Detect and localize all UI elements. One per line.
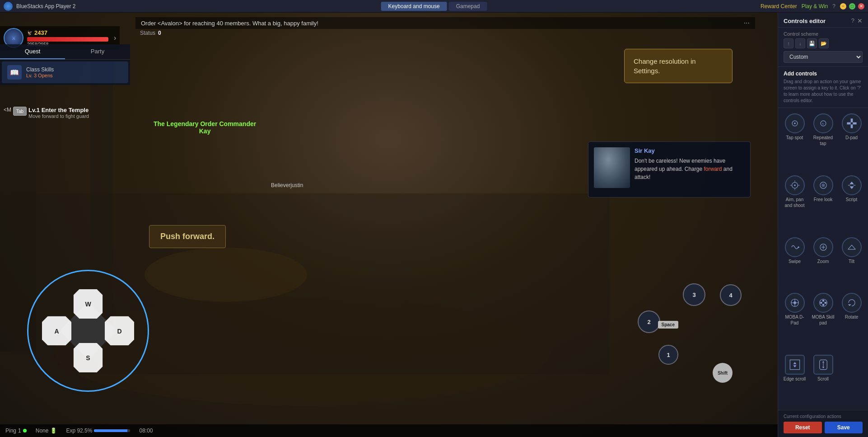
repeated-tap-icon: ↻ [813, 113, 833, 133]
dpad-label: D-pad [845, 135, 858, 141]
title-bar-right: Reward Center Play & Win ? − □ ✕ [761, 3, 864, 9]
control-tap-spot[interactable]: Tap spot [782, 112, 807, 171]
key-a: A [42, 316, 71, 346]
controls-scheme-section: Control scheme ↑ ↓ 💾 📂 Custom [778, 28, 868, 67]
reward-center-link[interactable]: Reward Center [761, 3, 797, 9]
space-key-indicator: Space [658, 321, 678, 329]
controls-header-actions: ? ✕ [851, 17, 863, 24]
key-s: S [74, 343, 103, 372]
dialog-portrait [594, 147, 630, 188]
controls-panel: Controls editor ? ✕ Control scheme ↑ ↓ 💾… [778, 13, 868, 437]
tab-gamepad[interactable]: Gamepad [449, 2, 487, 11]
scheme-label: Control scheme [784, 31, 863, 37]
svg-marker-49 [822, 361, 824, 363]
expand-icon[interactable]: › [114, 34, 116, 42]
left-panel-tabs: Quest Party [0, 44, 130, 60]
tooltip-text: Change resolution in Settings. [634, 57, 696, 75]
swipe-label: Swipe [789, 258, 801, 264]
svg-marker-24 [849, 186, 854, 189]
ping-dot [23, 429, 27, 432]
key-w: W [74, 289, 103, 319]
skill-badge-1[interactable]: 1 [658, 345, 678, 365]
scheme-icon-bar: ↑ ↓ 💾 📂 [784, 38, 863, 48]
tilt-label: Tilt [849, 258, 854, 264]
tab-keyboard-mouse[interactable]: Keyboard and mouse [381, 2, 447, 11]
close-button[interactable]: ✕ [858, 3, 864, 9]
svg-point-41 [820, 302, 822, 304]
svg-marker-13 [853, 122, 856, 125]
svg-marker-10 [850, 118, 853, 122]
skill-badge-4[interactable]: 4 [720, 284, 742, 306]
ping-status: Ping 1 [5, 428, 27, 434]
dialog-npc-name: Sir Kay [635, 147, 745, 154]
svg-marker-46 [793, 365, 796, 367]
quest-tab[interactable]: Quest [0, 44, 65, 59]
char-hp-bar [27, 37, 108, 42]
control-swipe[interactable]: Swipe [782, 235, 807, 289]
char-name-row: 🦅 2437 [27, 29, 108, 36]
svg-marker-11 [850, 124, 853, 128]
control-free-look[interactable]: Free look [810, 174, 836, 233]
add-controls-section: Add controls Drag and drop an action on … [778, 67, 868, 108]
svg-point-15 [794, 184, 796, 186]
scheme-load-button[interactable]: 📂 [819, 38, 829, 48]
app-title: BlueStacks App Player 2 [16, 3, 75, 9]
more-options-button[interactable]: ··· [744, 19, 750, 27]
script-icon [842, 175, 862, 195]
reset-button[interactable]: Reset [784, 422, 822, 433]
quest-sub: Lv. 3 Opens [26, 73, 54, 78]
dialog-box: Sir Kay Don't be careless! New enemies h… [588, 141, 751, 197]
maximize-button[interactable]: □ [849, 3, 855, 9]
svg-marker-23 [849, 182, 854, 184]
scheme-upload-button[interactable]: ↑ [784, 38, 793, 48]
control-moba-dpad[interactable]: MOBA D-Pad [782, 291, 807, 350]
exp-status: Exp 92.5% [66, 428, 130, 434]
svg-marker-50 [822, 367, 824, 369]
play-win-link[interactable]: Play & Win [802, 3, 828, 9]
tab-key-indicator: Tab [13, 107, 27, 116]
control-moba-skill[interactable]: MOBA Skill pad [810, 291, 836, 350]
controls-footer: Current configuration actions Reset Save [778, 410, 868, 437]
party-tab[interactable]: Party [65, 44, 130, 59]
dialog-text: Don't be careless! New enemies have appe… [635, 157, 745, 181]
dpad-icon [842, 113, 862, 133]
help-icon[interactable]: ? [832, 3, 835, 9]
main-layout: Order <Avalon> for reaching 40 members. … [0, 13, 868, 437]
repeated-tap-label: Repeated tap [811, 135, 835, 146]
tap-spot-icon [785, 113, 805, 133]
char-hp-fill [27, 37, 108, 42]
control-zoom[interactable]: Zoom [810, 235, 836, 289]
game-area: Order <Avalon> for reaching 40 members. … [0, 13, 778, 437]
save-button[interactable]: Save [825, 422, 863, 433]
title-bar-left: BlueStacks App Player 2 [4, 2, 75, 11]
quest-item: 📖 Class Skills Lv. 3 Opens [2, 61, 128, 83]
quest-marker-area: <M Tab Lv.1 Enter the Temple Move forwar… [4, 107, 89, 119]
controls-close-button[interactable]: ✕ [857, 17, 863, 24]
player-name: Believerjustin [271, 182, 303, 188]
control-edge-scroll[interactable]: Edge scroll [782, 353, 807, 406]
quest-sub-text: Move forward to fight guard [28, 113, 89, 119]
control-repeated-tap[interactable]: ↻ Repeated tap [810, 112, 836, 171]
status-bar-bottom: Ping 1 None 🔋 Exp 92.5% 08:00 [0, 424, 778, 437]
control-script[interactable]: Script [839, 174, 864, 233]
minimize-button[interactable]: − [840, 3, 846, 9]
control-dpad[interactable]: D-pad [839, 112, 864, 171]
scheme-save-button[interactable]: 💾 [807, 38, 817, 48]
control-rotate[interactable]: Rotate [839, 291, 864, 350]
quest-title: Lv.1 Enter the Temple [28, 107, 89, 113]
control-aim-pan-shoot[interactable]: Aim, pan and shoot [782, 174, 807, 233]
skill-badge-2[interactable]: 2 [638, 310, 660, 333]
control-scroll[interactable]: Scroll [810, 353, 836, 406]
svg-point-42 [824, 302, 826, 304]
scheme-dropdown[interactable]: Custom [784, 51, 863, 63]
tap-spot-label: Tap spot [786, 135, 803, 141]
skill-badge-3[interactable]: 3 [683, 283, 705, 306]
zoom-icon [813, 237, 833, 257]
control-tilt[interactable]: Tilt [839, 235, 864, 289]
controls-help[interactable]: ? [851, 17, 854, 24]
scheme-download-button[interactable]: ↓ [795, 38, 805, 48]
resolution-tooltip: Change resolution in Settings. [624, 49, 733, 83]
add-controls-title: Add controls [784, 70, 863, 77]
svg-marker-27 [798, 246, 800, 248]
controls-panel-title: Controls editor [784, 18, 826, 24]
